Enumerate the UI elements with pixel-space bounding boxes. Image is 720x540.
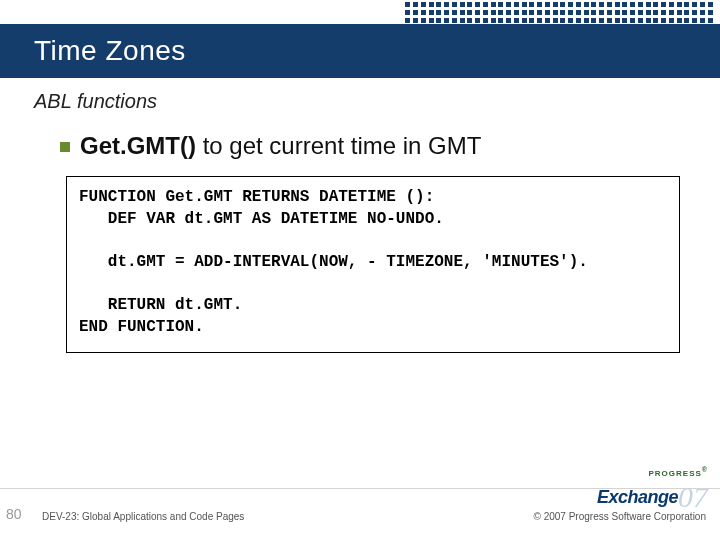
- registered-icon: ®: [702, 466, 708, 473]
- page-number: 80: [6, 506, 22, 522]
- footer-left-text: DEV-23: Global Applications and Code Pag…: [42, 511, 244, 522]
- title-bar: Time Zones: [0, 24, 720, 78]
- decorative-dots: [404, 0, 714, 24]
- footer: 80 DEV-23: Global Applications and Code …: [0, 488, 720, 540]
- footer-copyright: © 2007 Progress Software Corporation: [534, 511, 706, 522]
- bullet-item: Get.GMT() to get current time in GMT: [60, 132, 680, 160]
- bullet-square-icon: [60, 142, 70, 152]
- slide-title: Time Zones: [34, 35, 186, 67]
- bullet-text: Get.GMT() to get current time in GMT: [80, 132, 481, 160]
- logo-progress-text: PROGRESS®: [597, 466, 708, 478]
- slide: Time Zones ABL functions Get.GMT() to ge…: [0, 0, 720, 540]
- code-block: FUNCTION Get.GMT RETURNS DATETIME (): DE…: [66, 176, 680, 353]
- bullet-strong: Get.GMT(): [80, 132, 196, 159]
- bullet-rest: to get current time in GMT: [196, 132, 481, 159]
- subtitle: ABL functions: [34, 90, 157, 113]
